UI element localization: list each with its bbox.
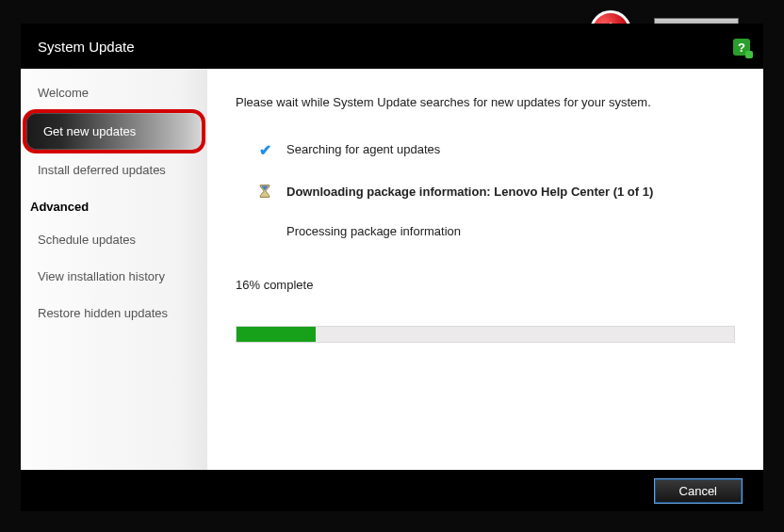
sidebar-item-get-new-updates[interactable]: Get new updates	[26, 113, 202, 150]
status-text-download: Downloading package information: Lenovo …	[286, 184, 653, 199]
sidebar-item-welcome[interactable]: Welcome	[21, 74, 207, 111]
sidebar: Welcome Get new updates Install deferred…	[21, 69, 207, 470]
check-icon: ✔	[256, 141, 273, 159]
sidebar-heading-advanced: Advanced	[21, 188, 207, 221]
system-update-window: System Update ? Welcome Get new updates …	[21, 24, 763, 511]
hourglass-icon	[256, 184, 273, 199]
status-row-download: Downloading package information: Lenovo …	[256, 184, 735, 199]
window-title: System Update	[38, 39, 135, 55]
progress-label: 16% complete	[236, 278, 735, 292]
status-row-processing: Processing package information	[256, 223, 735, 238]
sidebar-item-install-deferred[interactable]: Install deferred updates	[21, 152, 207, 188]
window-body: Welcome Get new updates Install deferred…	[21, 69, 763, 470]
sidebar-item-view-history[interactable]: View installation history	[21, 258, 207, 295]
progress-bar	[236, 326, 735, 343]
sidebar-item-label: Get new updates	[43, 124, 136, 138]
help-button[interactable]: ?	[733, 39, 752, 57]
progress-fill	[237, 327, 316, 342]
sidebar-item-schedule-updates[interactable]: Schedule updates	[21, 221, 207, 258]
help-icon: ?	[733, 39, 750, 56]
status-text-agent: Searching for agent updates	[286, 141, 440, 156]
main-panel: Please wait while System Update searches…	[207, 69, 763, 470]
titlebar: System Update ?	[21, 24, 763, 69]
intro-text: Please wait while System Update searches…	[236, 95, 735, 109]
cancel-button[interactable]: Cancel	[654, 478, 743, 504]
footer: Cancel	[21, 470, 763, 511]
sidebar-item-restore-hidden[interactable]: Restore hidden updates	[21, 295, 207, 331]
status-row-agent: ✔ Searching for agent updates	[256, 141, 735, 159]
status-text-processing: Processing package information	[286, 223, 461, 238]
